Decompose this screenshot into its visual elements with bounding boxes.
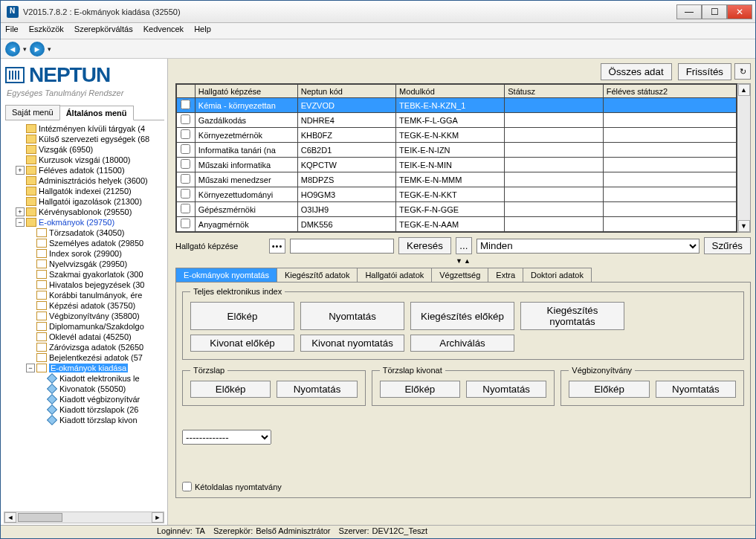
minimize-button[interactable]: — bbox=[676, 4, 702, 19]
nav-back-dropdown[interactable]: ▾ bbox=[23, 45, 27, 53]
row-checkbox[interactable] bbox=[181, 174, 190, 184]
tree-item[interactable]: Intézményen kívüli tárgyak (4 bbox=[5, 123, 164, 134]
row-checkbox[interactable] bbox=[181, 219, 190, 228]
table-row[interactable]: GazdálkodásNDHRE4TEMK-F-L-GGA bbox=[177, 113, 737, 128]
table-row[interactable]: Informatika tanári (naC6B2D1TEIK-E-N-IZN bbox=[177, 143, 737, 158]
tree-item[interactable]: Nyelvvizsgák (29950) bbox=[5, 259, 164, 269]
nav-forward-dropdown[interactable]: ▾ bbox=[48, 45, 51, 53]
supp-preview-button[interactable]: Kiegészítés előkép bbox=[410, 302, 514, 330]
col-header[interactable]: Féléves státusz2 bbox=[603, 85, 736, 98]
tree-item[interactable]: Végbizonyítvány (35800) bbox=[5, 311, 164, 321]
filter-button[interactable]: Szűrés bbox=[704, 237, 751, 254]
nav-back-button[interactable]: ◄ bbox=[5, 42, 20, 57]
tree-item[interactable]: Kivonatok (55050) bbox=[5, 384, 164, 394]
close-button[interactable]: ✕ bbox=[727, 4, 752, 19]
tree-item[interactable]: Kurzusok vizsgái (18000) bbox=[5, 155, 164, 165]
table-row[interactable]: KörnyezettudományiHO9GM3TEGK-E-N-KKT bbox=[177, 187, 737, 202]
nav-forward-button[interactable]: ► bbox=[30, 42, 45, 57]
preview-button[interactable]: Előkép bbox=[569, 381, 649, 398]
menu-help[interactable]: Help bbox=[194, 25, 211, 37]
tab-degree[interactable]: Végzettség bbox=[431, 268, 488, 282]
tree-item[interactable]: Személyes adatok (29850 bbox=[5, 238, 164, 248]
tab-print[interactable]: E-okmányok nyomtatás bbox=[175, 268, 277, 282]
table-row[interactable]: AnyagmérnökDMK556TEGK-E-N-AAM bbox=[177, 217, 737, 232]
tree-item[interactable]: +Kérvénysablonok (29550) bbox=[5, 207, 164, 217]
row-checkbox[interactable] bbox=[181, 204, 190, 213]
tree-item[interactable]: Kiadott törzslap kivon bbox=[5, 415, 164, 425]
settings-button[interactable]: ↻ bbox=[734, 63, 751, 80]
splitter-handle[interactable]: ▼▲ bbox=[175, 257, 751, 265]
scroll-left-icon[interactable]: ◄ bbox=[4, 512, 16, 523]
tree-item[interactable]: Záróvizsga adatok (52650 bbox=[5, 342, 164, 352]
tree-item[interactable]: Vizsgák (6950) bbox=[5, 144, 164, 155]
menu-roleswitch[interactable]: Szerepkörváltás bbox=[74, 25, 133, 37]
preview-button[interactable]: Előkép bbox=[380, 381, 460, 398]
duplex-checkbox[interactable] bbox=[182, 482, 192, 491]
table-row[interactable]: Kémia - környezettanEVZVODTEBK-E-N-KZN_1 bbox=[177, 98, 737, 113]
tree-item[interactable]: Képzési adatok (35750) bbox=[5, 300, 164, 311]
table-row[interactable]: KörnyezetmérnökKHB0FZTEGK-E-N-KKM bbox=[177, 128, 737, 143]
tree-item[interactable]: −E-okmányok kiadása bbox=[5, 363, 164, 373]
row-checkbox[interactable] bbox=[181, 159, 190, 169]
grid-v-scrollbar[interactable]: ▲ ▼ bbox=[737, 83, 751, 233]
tree-item[interactable]: Hallgatói igazolások (21300) bbox=[5, 196, 164, 207]
search-button[interactable]: Keresés bbox=[398, 237, 451, 254]
menu-file[interactable]: File bbox=[5, 25, 19, 37]
print-button[interactable]: Nyomtatás bbox=[466, 381, 546, 398]
archive-button[interactable]: Archiválás bbox=[410, 335, 514, 352]
supp-print-button[interactable]: Kiegészítés nyomtatás bbox=[520, 302, 624, 330]
tab-student[interactable]: Hallgatói adatok bbox=[357, 268, 432, 282]
search-input[interactable] bbox=[290, 239, 394, 254]
tree-item[interactable]: Hivatalos bejegyzések (30 bbox=[5, 280, 164, 290]
tab-supp[interactable]: Kiegészítő adatok bbox=[277, 268, 358, 282]
extract-print-button[interactable]: Kivonat nyomtatás bbox=[300, 335, 404, 352]
all-data-button[interactable]: Összes adat bbox=[601, 63, 672, 80]
data-grid[interactable]: Hallgató képzése Neptun kód Modulkód Stá… bbox=[175, 83, 737, 233]
tab-own-menu[interactable]: Saját menü bbox=[5, 105, 60, 120]
menu-tools[interactable]: Eszközök bbox=[29, 25, 64, 37]
tree-h-scrollbar[interactable]: ◄ ► bbox=[4, 511, 164, 523]
tree-item[interactable]: Oklevél adatai (45250) bbox=[5, 332, 164, 342]
tree-item[interactable]: Külső szervezeti egységek (68 bbox=[5, 134, 164, 144]
preview-button[interactable]: Előkép bbox=[190, 381, 271, 398]
table-row[interactable]: GépészmérnökiO3IJH9TEGK-F-N-GGE bbox=[177, 202, 737, 217]
refresh-button[interactable]: Frissítés bbox=[678, 63, 731, 80]
row-checkbox[interactable] bbox=[181, 100, 190, 109]
preview-button[interactable]: Előkép bbox=[190, 302, 294, 330]
tree-item[interactable]: Hallgatók indexei (21250) bbox=[5, 186, 164, 196]
browse-button[interactable]: ... bbox=[456, 237, 472, 254]
scroll-right-icon[interactable]: ► bbox=[152, 512, 164, 523]
col-header[interactable]: Neptun kód bbox=[297, 85, 395, 98]
tree-item[interactable]: Adminisztrációs helyek (3600) bbox=[5, 175, 164, 186]
table-row[interactable]: Műszaki menedzserM8DPZSTEMK-E-N-MMM bbox=[177, 172, 737, 187]
tree-item[interactable]: Bejelentkezési adatok (57 bbox=[5, 352, 164, 363]
maximize-button[interactable]: ☐ bbox=[702, 4, 727, 19]
tree-item[interactable]: −E-okmányok (29750) bbox=[5, 217, 164, 227]
scroll-down-icon[interactable]: ▼ bbox=[738, 220, 750, 232]
scroll-up-icon[interactable]: ▲ bbox=[738, 84, 750, 96]
col-header[interactable]: Modulkód bbox=[396, 85, 505, 98]
print-button[interactable]: Nyomtatás bbox=[656, 381, 736, 398]
col-header[interactable]: Státusz bbox=[505, 85, 603, 98]
tree-item[interactable]: Kiadott elektronikus le bbox=[5, 373, 164, 384]
table-row[interactable]: Műszaki informatikaKQPCTWTEIK-E-N-MIN bbox=[177, 158, 737, 172]
tree-item[interactable]: Korábbi tanulmányok, ére bbox=[5, 290, 164, 300]
template-select[interactable]: ------------- bbox=[182, 430, 271, 445]
tree-item[interactable]: Index sorok (29900) bbox=[5, 248, 164, 259]
row-checkbox[interactable] bbox=[181, 144, 190, 154]
tree-item[interactable]: Kiadott végbizonyítvár bbox=[5, 394, 164, 404]
tab-general-menu[interactable]: Általános menü bbox=[59, 106, 134, 120]
row-checkbox[interactable] bbox=[181, 129, 190, 139]
tree-item[interactable]: Törzsadatok (34050) bbox=[5, 227, 164, 238]
menu-favorites[interactable]: Kedvencek bbox=[143, 25, 184, 37]
tab-extra[interactable]: Extra bbox=[488, 268, 523, 282]
print-button[interactable]: Nyomtatás bbox=[277, 381, 357, 398]
row-checkbox[interactable] bbox=[181, 114, 190, 124]
tree-item[interactable]: Diplomamunka/Szakdolgo bbox=[5, 321, 164, 332]
mask-button[interactable]: ••• bbox=[269, 239, 285, 254]
tree-item[interactable]: Szakmai gyakorlatok (300 bbox=[5, 269, 164, 280]
tab-doctoral[interactable]: Doktori adatok bbox=[523, 268, 592, 282]
tree-item[interactable]: Kiadott törzslapok (26 bbox=[5, 404, 164, 415]
filter-select[interactable]: Minden bbox=[476, 239, 700, 254]
scroll-thumb[interactable] bbox=[18, 513, 62, 522]
